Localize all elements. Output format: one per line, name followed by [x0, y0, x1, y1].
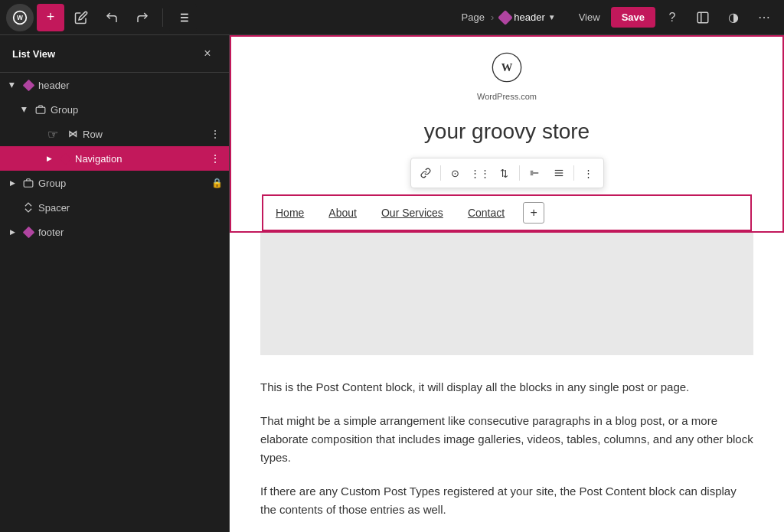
tree-item-navigation[interactable]: ▶ Navigation ⋮ [0, 146, 229, 171]
post-content-p3: If there are any Custom Post Types regis… [260, 482, 753, 519]
svg-rect-9 [36, 107, 45, 113]
navigation-icon [58, 152, 72, 165]
list-view-button[interactable] [169, 4, 197, 31]
bt-circle-button[interactable]: ⊙ [444, 162, 467, 184]
featured-image-placeholder [260, 233, 753, 355]
edit-button[interactable] [67, 4, 95, 31]
page-indicator: Page › header ▼ [462, 11, 556, 23]
sidebar-header: List View × [0, 35, 229, 73]
expand-arrow-footer: ▶ [6, 226, 18, 238]
group2-label: Group [38, 178, 211, 189]
navigation-more-icon[interactable]: ⋮ [207, 151, 223, 166]
tree-item-group2[interactable]: ▶ Group 🔒 [0, 171, 229, 195]
bt-justify-button[interactable] [547, 162, 570, 184]
redo-button[interactable] [129, 4, 156, 31]
row-icon: ⋈ [66, 127, 80, 141]
nav-link-about[interactable]: About [316, 202, 369, 224]
right-actions: View Save ? ◑ ⋯ [571, 4, 778, 31]
wp-logo-button[interactable]: W [6, 4, 34, 31]
admin-bar: W + Page › header ▼ View Save ? ◑ ⋯ [0, 0, 784, 35]
bt-arrows-button[interactable]: ⇅ [493, 162, 516, 184]
sidebar-title: List View [12, 48, 55, 60]
bt-separator-3 [573, 165, 574, 181]
more-options-button[interactable]: ⋯ [750, 4, 778, 31]
group1-icon [34, 103, 47, 116]
close-sidebar-button[interactable]: × [198, 44, 217, 63]
expand-arrow-nav: ▶ [43, 152, 55, 165]
header-diamond-icon [21, 78, 35, 92]
lock-icon: 🔒 [211, 178, 223, 188]
footer-label: footer [38, 227, 223, 238]
nav-bar[interactable]: Home About Our Services Contact + [262, 194, 752, 231]
page-type-label: Page [462, 11, 485, 23]
post-content-p1: This is the Post Content block, it will … [260, 378, 753, 397]
post-content-p2: That might be a simple arrangement like … [260, 412, 753, 467]
tree-item-footer[interactable]: ▶ footer [0, 220, 229, 244]
block-toolbar: ⊙ ⋮⋮ ⇅ ⋮ [410, 158, 604, 188]
toolbar-separator-1 [162, 8, 163, 27]
add-nav-item-button[interactable]: + [523, 202, 544, 224]
row-more-icon[interactable]: ⋮ [207, 126, 223, 142]
svg-rect-10 [24, 181, 33, 187]
save-button[interactable]: Save [611, 7, 655, 28]
group1-label: Group [51, 104, 223, 116]
contrast-button[interactable]: ◑ [720, 4, 747, 31]
nav-link-contact[interactable]: Contact [456, 202, 517, 224]
svg-text:W: W [501, 61, 513, 73]
canvas-wp-logo: W [484, 52, 530, 83]
bt-link-button[interactable] [414, 162, 437, 184]
spacer-label: Spacer [38, 202, 223, 214]
bt-grid-button[interactable]: ⋮⋮ [469, 162, 492, 184]
site-header-block[interactable]: W WordPress.com your groovy store ⊙ ⋮⋮ ⇅ [230, 35, 784, 233]
main-area: List View × ▶ header ▶ Group ▶ ☞ [0, 35, 784, 532]
chevron-down-icon: ▼ [548, 13, 556, 21]
bt-more-button[interactable]: ⋮ [577, 162, 600, 184]
site-title: your groovy store [262, 104, 752, 152]
preview-button[interactable] [689, 4, 717, 31]
list-view-sidebar: List View × ▶ header ▶ Group ▶ ☞ [0, 35, 230, 532]
bt-separator-2 [519, 165, 520, 181]
expand-arrow-group2: ▶ [6, 177, 18, 189]
footer-diamond-icon [21, 225, 35, 239]
page-diamond-icon [498, 10, 513, 25]
bt-align-left-button[interactable] [523, 162, 546, 184]
tree-item-group1[interactable]: ▶ Group [0, 97, 229, 122]
view-button[interactable]: View [571, 7, 608, 28]
tree-item-row[interactable]: ▶ ☞ ⋈ Row ⋮ [0, 122, 229, 146]
expand-arrow-group1: ▶ [18, 103, 31, 116]
canvas-area[interactable]: W WordPress.com your groovy store ⊙ ⋮⋮ ⇅ [230, 35, 784, 532]
expand-arrow-header: ▶ [6, 79, 18, 91]
canvas-page: W WordPress.com your groovy store ⊙ ⋮⋮ ⇅ [230, 35, 784, 532]
nav-link-home[interactable]: Home [263, 202, 316, 224]
header-label: header [38, 80, 223, 91]
tree-item-header[interactable]: ▶ header [0, 73, 229, 97]
svg-text:W: W [17, 14, 23, 21]
add-block-button[interactable]: + [37, 4, 64, 31]
post-content-block: This is the Post Content block, it will … [230, 355, 784, 532]
bt-separator-1 [440, 165, 441, 181]
page-name-indicator[interactable]: header ▼ [500, 11, 555, 23]
nav-link-services[interactable]: Our Services [369, 202, 456, 224]
row-label: Row [83, 129, 207, 140]
undo-button[interactable] [98, 4, 126, 31]
row-cursor-icon: ☞ [46, 127, 60, 141]
tree-item-spacer[interactable]: ▶ Spacer [0, 195, 229, 220]
group2-icon [21, 176, 35, 190]
spacer-icon [21, 201, 35, 214]
navigation-label: Navigation [75, 153, 207, 165]
help-button[interactable]: ? [658, 4, 686, 31]
canvas-site-domain: WordPress.com [262, 92, 752, 101]
svg-rect-8 [697, 12, 708, 23]
